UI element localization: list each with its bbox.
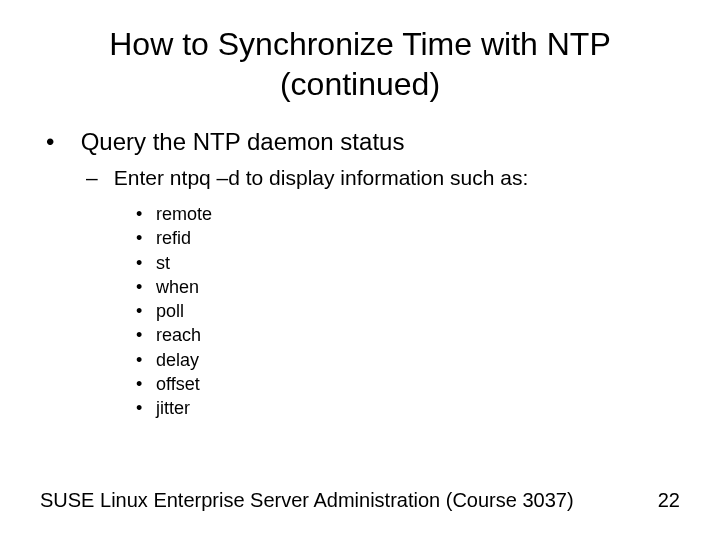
bullet-l3-text: remote [156, 204, 212, 224]
bullet-l3-text: jitter [156, 398, 190, 418]
bullet-level-2: Enter ntpq –d to display information suc… [86, 166, 680, 190]
title-line-1: How to Synchronize Time with NTP [109, 26, 611, 62]
footer-course-text: SUSE Linux Enterprise Server Administrat… [40, 489, 574, 512]
slide-footer: SUSE Linux Enterprise Server Administrat… [40, 489, 680, 512]
bullet-l3-text: delay [156, 350, 199, 370]
bullet-l3-text: refid [156, 228, 191, 248]
bullet-level-3-item: jitter [136, 396, 680, 420]
slide-title: How to Synchronize Time with NTP (contin… [40, 24, 680, 104]
bullet-l2-text: Enter ntpq –d to display information suc… [114, 166, 528, 189]
bullet-l3-text: st [156, 253, 170, 273]
bullet-l3-text: poll [156, 301, 184, 321]
title-line-2: (continued) [280, 66, 440, 102]
bullet-l3-text: when [156, 277, 199, 297]
bullet-level-3-item: refid [136, 226, 680, 250]
bullet-level-3-list: remoterefidstwhenpollreachdelayoffsetjit… [40, 202, 680, 421]
bullet-l3-text: reach [156, 325, 201, 345]
bullet-level-3-item: remote [136, 202, 680, 226]
bullet-level-3-item: reach [136, 323, 680, 347]
bullet-level-3-item: when [136, 275, 680, 299]
bullet-level-3-item: st [136, 251, 680, 275]
bullet-l1-text: Query the NTP daemon status [81, 128, 405, 155]
page-number: 22 [658, 489, 680, 512]
bullet-l3-text: offset [156, 374, 200, 394]
bullet-level-3-item: delay [136, 348, 680, 372]
bullet-level-3-item: poll [136, 299, 680, 323]
bullet-level-1: Query the NTP daemon status [46, 128, 680, 156]
bullet-level-3-item: offset [136, 372, 680, 396]
